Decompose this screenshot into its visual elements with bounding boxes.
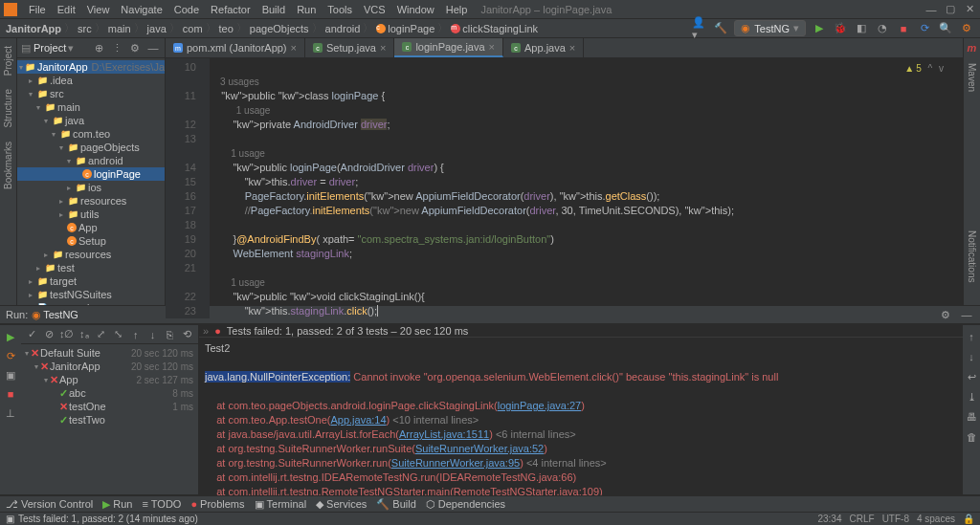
show-ignored-icon[interactable]: ⊘ — [42, 327, 56, 342]
tree-item[interactable]: ▾📁JanitorAppD:\Exercises\JanitorA... — [17, 60, 165, 74]
tree-item[interactable]: ▸📁target — [17, 274, 165, 288]
menu-code[interactable]: Code — [168, 4, 205, 15]
test-row[interactable]: ✓ abc8 ms — [21, 386, 198, 400]
tree-item[interactable]: cloginPage — [17, 167, 165, 181]
maven-icon[interactable]: m — [968, 42, 977, 54]
export-icon[interactable]: ⎘ — [163, 327, 177, 342]
tree-item[interactable]: ▾📁pageObjects — [17, 141, 165, 154]
close-tab-icon[interactable]: × — [380, 42, 386, 54]
menu-run[interactable]: Run — [291, 4, 322, 15]
menu-help[interactable]: Help — [440, 4, 474, 15]
tree-item[interactable]: cSetup — [17, 234, 165, 248]
test-tree[interactable]: ▾✕ Default Suite20 sec 120 ms▾✕ JanitorA… — [21, 344, 198, 428]
tool-structure[interactable]: Structure — [3, 85, 13, 132]
show-passed-icon[interactable]: ✓ — [25, 327, 39, 342]
pin-icon[interactable]: ⊥ — [3, 405, 18, 421]
sort-icon[interactable]: ↕∅ — [59, 327, 75, 342]
crumb-method[interactable]: clickStagingLink — [462, 23, 538, 34]
bottom-services[interactable]: ◆Services — [316, 498, 367, 511]
menu-refactor[interactable]: Refactor — [205, 4, 256, 15]
project-hide-icon[interactable]: — — [145, 40, 161, 55]
maximize-icon[interactable]: ▢ — [944, 3, 957, 16]
user-icon[interactable]: 👤▾ — [692, 21, 707, 36]
tool-project[interactable]: Project — [3, 42, 13, 79]
tree-item[interactable]: ▾📁android — [17, 154, 165, 167]
menu-navigate[interactable]: Navigate — [115, 4, 167, 15]
arrow-icon[interactable]: ▤ — [21, 42, 31, 55]
ide-settings-icon[interactable]: ⚙ — [959, 21, 974, 36]
project-expand-icon[interactable]: ⋮ — [109, 40, 124, 55]
close-tab-icon[interactable]: × — [291, 42, 297, 54]
console-output[interactable]: Test2java.lang.NullPointerException: Can… — [199, 338, 963, 503]
tree-item[interactable]: ▾📁java — [17, 114, 165, 127]
up-trace-icon[interactable]: ↑ — [964, 329, 979, 344]
menu-vcs[interactable]: VCS — [358, 4, 391, 15]
test-row[interactable]: ▾✕ App2 sec 127 ms — [21, 373, 198, 386]
test-row[interactable]: ✓ testTwo — [21, 413, 198, 427]
vcs-update-icon[interactable]: ⟳ — [917, 21, 932, 36]
project-settings-icon[interactable]: ⚙ — [127, 40, 143, 55]
run-configuration[interactable]: ◉TestNG▾ — [734, 20, 806, 36]
editor-tab[interactable]: cloginPage.java× — [394, 38, 503, 57]
prev-icon[interactable]: ↑ — [128, 327, 143, 342]
menu-view[interactable]: View — [81, 4, 116, 15]
tool-notifications[interactable]: Notifications — [967, 227, 977, 286]
tree-item[interactable]: ▸📁testNGSuites — [17, 288, 165, 301]
editor-tab[interactable]: cSetup.java× — [305, 38, 394, 57]
code-lines[interactable]: ▲5 ^ v 3 usages "kw">public "kw">class l… — [210, 58, 963, 318]
bottom-terminal[interactable]: ▣Terminal — [255, 498, 307, 511]
status-lock-icon[interactable]: 🔒 — [963, 514, 974, 524]
menu-build[interactable]: Build — [256, 4, 291, 15]
test-row[interactable]: ▾✕ JanitorApp20 sec 120 ms — [21, 360, 198, 373]
close-icon[interactable]: ✕ — [963, 3, 976, 16]
crumb-src[interactable]: src — [78, 23, 92, 34]
tree-item[interactable]: ▾📁main — [17, 100, 165, 114]
status-indent[interactable]: 4 spaces — [917, 514, 955, 524]
tree-item[interactable]: ▾📁com.teo — [17, 127, 165, 141]
crumb-main[interactable]: main — [108, 23, 131, 34]
debug-icon[interactable]: 🐞 — [833, 21, 848, 36]
status-icon[interactable]: ▣ — [6, 514, 14, 524]
warning-count[interactable]: ▲5 ^ v — [904, 61, 944, 76]
tool-maven[interactable]: Maven — [967, 59, 977, 96]
crumb-project[interactable]: JanitorApp — [6, 23, 61, 34]
rerun-icon[interactable]: ▶ — [3, 329, 18, 344]
history-icon[interactable]: ⟲ — [180, 327, 194, 342]
bottom-deps[interactable]: ⬡Dependencies — [426, 498, 505, 511]
tree-item[interactable]: ▸📁resources — [17, 194, 165, 208]
tree-item[interactable]: ▾📁src — [17, 87, 165, 100]
search-everywhere-icon[interactable]: 🔍 — [938, 21, 953, 36]
crumb-class[interactable]: loginPage — [388, 23, 434, 34]
menu-window[interactable]: Window — [391, 4, 440, 15]
crumb-teo[interactable]: teo — [219, 23, 234, 34]
tree-item[interactable]: ▸📁.idea — [17, 74, 165, 87]
tree-item[interactable]: ▸📁test — [17, 261, 165, 274]
project-tree[interactable]: ▾📁JanitorAppD:\Exercises\JanitorA...▸📁.i… — [17, 58, 165, 305]
print-icon[interactable]: 🖶 — [964, 409, 979, 425]
bottom-build[interactable]: 🔨Build — [376, 498, 415, 511]
toggle-auto-icon[interactable]: ▣ — [3, 367, 18, 383]
status-line-sep[interactable]: CRLF — [850, 514, 875, 524]
run-icon[interactable]: ▶ — [812, 21, 827, 36]
editor-tab[interactable]: cApp.java× — [503, 38, 584, 57]
status-position[interactable]: 23:34 — [817, 514, 841, 524]
tree-item[interactable]: ▸📁utils — [17, 208, 165, 221]
crumb-com[interactable]: com — [183, 23, 203, 34]
editor-tab[interactable]: mpom.xml (JanitorApp)× — [166, 38, 305, 57]
menu-file[interactable]: File — [23, 4, 52, 15]
tree-item[interactable]: cApp — [17, 221, 165, 234]
close-tab-icon[interactable]: × — [489, 41, 495, 53]
test-row[interactable]: ✕ testOne1 ms — [21, 400, 198, 413]
crumb-java[interactable]: java — [147, 23, 167, 34]
profile-icon[interactable]: ◔ — [875, 21, 890, 36]
tool-bookmarks[interactable]: Bookmarks — [3, 138, 13, 193]
clear-icon[interactable]: 🗑 — [964, 429, 979, 445]
tree-item[interactable]: 📄pom.xml — [17, 301, 165, 305]
bottom-problems[interactable]: ●Problems — [190, 498, 244, 510]
crumb-android[interactable]: android — [325, 23, 361, 34]
menu-tools[interactable]: Tools — [322, 4, 358, 15]
next-icon[interactable]: ↓ — [145, 327, 160, 342]
bottom-todo[interactable]: ≡TODO — [142, 498, 181, 510]
tree-item[interactable]: ▸📁resources — [17, 248, 165, 261]
stop-tests-icon[interactable]: ■ — [3, 386, 18, 402]
